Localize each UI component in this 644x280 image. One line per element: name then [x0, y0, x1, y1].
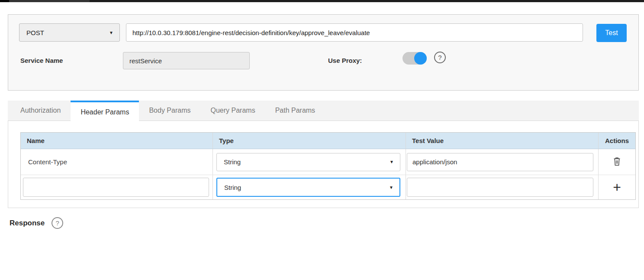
new-param-type-select[interactable]: String ▼	[216, 178, 400, 197]
add-row-button[interactable]: +	[613, 180, 621, 194]
request-url-input[interactable]	[126, 23, 583, 42]
service-name-input[interactable]	[123, 52, 250, 69]
http-method-select[interactable]: POST ▼	[19, 23, 120, 42]
param-test-value-input[interactable]	[407, 153, 593, 171]
response-label: Response	[10, 219, 45, 228]
header-params-panel: Name Type Test Value Actions Content-Typ…	[8, 120, 639, 208]
use-proxy-label: Use Proxy:	[328, 57, 362, 64]
tab-header-params[interactable]: Header Params	[71, 101, 139, 122]
http-method-value: POST	[26, 29, 44, 36]
top-bar-segment	[0, 0, 9, 2]
param-name-text: Content-Type	[21, 149, 213, 175]
new-param-test-value-input[interactable]	[407, 178, 593, 197]
top-bar-tab-segment	[9, 0, 90, 2]
chevron-down-icon: ▼	[390, 160, 394, 164]
header-params-table: Name Type Test Value Actions Content-Typ…	[20, 132, 636, 200]
chevron-down-icon: ▼	[389, 185, 393, 190]
service-name-label: Service Name	[20, 57, 63, 64]
param-type-value: String	[224, 158, 241, 166]
proxy-help-icon[interactable]: ?	[434, 52, 446, 63]
trash-icon	[612, 156, 621, 168]
plus-icon: +	[613, 180, 621, 194]
new-param-type-value: String	[224, 184, 241, 191]
tab-authorization[interactable]: Authorization	[10, 101, 71, 120]
table-row-new: String ▼ +	[21, 175, 635, 199]
params-tab-bar: Authorization Header Params Body Params …	[8, 101, 639, 120]
table-row: Content-Type String ▼	[21, 149, 635, 175]
response-section-header: Response ?	[10, 217, 63, 229]
param-type-select[interactable]: String ▼	[216, 153, 400, 171]
response-help-icon[interactable]: ?	[52, 217, 63, 229]
column-header-actions: Actions	[598, 133, 635, 149]
tab-query-params[interactable]: Query Params	[200, 101, 265, 120]
column-header-name: Name	[21, 133, 213, 149]
tab-body-params[interactable]: Body Params	[139, 101, 200, 120]
request-config-panel: POST ▼ Test Service Name Use Proxy: ?	[8, 14, 639, 91]
chevron-down-icon: ▼	[109, 30, 113, 35]
column-header-type: Type	[213, 133, 406, 149]
test-button[interactable]: Test	[596, 24, 627, 42]
use-proxy-toggle[interactable]	[402, 52, 427, 65]
browser-top-bar	[0, 0, 644, 2]
toggle-knob	[414, 52, 427, 65]
delete-row-button[interactable]	[612, 156, 621, 168]
table-header-row: Name Type Test Value Actions	[21, 133, 635, 149]
new-param-name-input[interactable]	[23, 178, 209, 197]
tab-path-params[interactable]: Path Params	[265, 101, 325, 120]
column-header-test-value: Test Value	[406, 133, 598, 149]
